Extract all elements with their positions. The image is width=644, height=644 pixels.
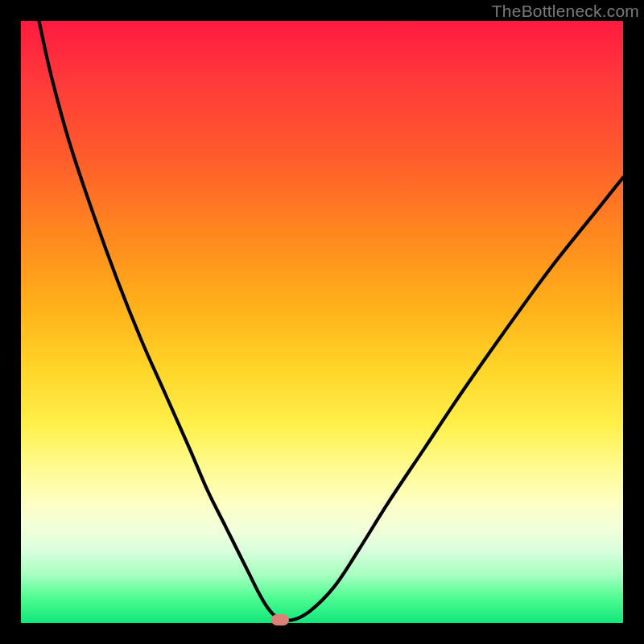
watermark-label: TheBottleneck.com: [492, 2, 639, 21]
minimum-marker: [271, 614, 289, 625]
curve-path: [39, 21, 623, 621]
bottleneck-curve: [21, 21, 623, 623]
plot-area: [21, 21, 623, 623]
chart-frame: TheBottleneck.com: [0, 0, 644, 644]
